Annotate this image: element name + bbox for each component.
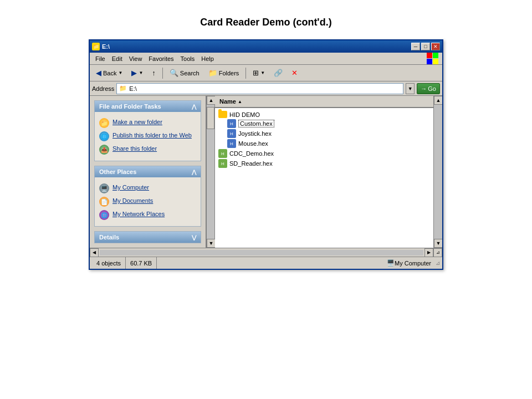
list-item[interactable]: H Custom.hex (215, 119, 433, 129)
horizontal-scrollbar: ◀ ▶ ⊿ (90, 248, 442, 257)
file-name: SD_Reader.hex (229, 160, 273, 167)
up-button[interactable]: ↑ (148, 66, 160, 80)
file-name: CDC_Demo.hex (229, 150, 274, 157)
make-new-folder-label: Make a new folder (112, 118, 162, 126)
column-header: Name ▲ (215, 96, 433, 108)
main-area: File and Folder Tasks ⋀ 📁 Make a new fol… (90, 96, 442, 257)
details-collapse-button[interactable]: ⋁ (192, 234, 196, 241)
list-item[interactable]: H Mouse.hex (215, 139, 433, 149)
address-input-container: 📁 E:\ (116, 83, 403, 94)
name-column-label: Name (219, 98, 236, 105)
menu-favorites[interactable]: Favorites (145, 54, 177, 63)
right-area: Name ▲ HID DEMO H (215, 96, 442, 248)
window-title: E:\ (102, 43, 110, 50)
other-places-header: Other Places ⋀ (95, 166, 201, 177)
share-folder-item[interactable]: 📤 Share this folder (98, 143, 197, 156)
connect-button[interactable]: 🔗 (270, 66, 287, 80)
explorer-window: 📁 E:\ ─ □ ✕ File Edit View Favorites Too… (89, 39, 443, 270)
forward-arrow-icon: ▶ (131, 69, 137, 77)
scroll-down-button[interactable]: ▼ (207, 239, 216, 248)
file-folder-tasks-header: File and Folder Tasks ⋀ (95, 101, 201, 112)
publish-folder-icon: 🌐 (99, 131, 109, 141)
search-button[interactable]: 🔍 Search (166, 66, 203, 80)
scroll-up-button[interactable]: ▲ (434, 96, 442, 105)
view-icon: ⊞ (253, 69, 259, 77)
disconnect-button[interactable]: ✕ (288, 66, 301, 80)
make-new-folder-item[interactable]: 📁 Make a new folder (98, 116, 197, 130)
address-value[interactable]: E:\ (129, 85, 136, 92)
up-arrow-icon: ↑ (152, 69, 156, 77)
my-network-places-item[interactable]: 🌐 My Network Places (98, 208, 197, 222)
tasks-collapse-button[interactable]: ⋀ (192, 104, 196, 110)
list-item[interactable]: HID DEMO (215, 110, 433, 119)
win-logo-yellow (433, 59, 438, 64)
scroll-track (434, 105, 442, 239)
my-computer-item[interactable]: 🖥️ My Computer (98, 182, 197, 195)
back-arrow-icon: ◀ (96, 69, 101, 77)
my-network-icon: 🌐 (99, 210, 109, 220)
file-folder-tasks-section: File and Folder Tasks ⋀ 📁 Make a new fol… (94, 100, 201, 161)
folders-button[interactable]: 📁 Folders (204, 66, 243, 80)
menu-edit[interactable]: Edit (109, 54, 126, 63)
details-header: Details ⋁ (95, 232, 201, 243)
file-name: Joystick.hex (238, 130, 272, 137)
other-places-body: 🖥️ My Computer 📄 My Documents 🌐 My Netwo… (95, 177, 201, 226)
my-documents-item[interactable]: 📄 My Documents (98, 195, 197, 208)
make-folder-icon: 📁 (99, 118, 109, 128)
publish-folder-item[interactable]: 🌐 Publish this folder to the Web (98, 130, 197, 143)
maximize-button[interactable]: □ (421, 43, 430, 50)
list-item[interactable]: H SD_Reader.hex (215, 158, 433, 168)
menu-file[interactable]: File (92, 54, 109, 63)
my-documents-label: My Documents (112, 197, 153, 204)
h-scroll-left-button[interactable]: ◀ (90, 248, 99, 257)
publish-folder-label: Publish this folder to the Web (112, 131, 192, 139)
scroll-track (207, 105, 214, 239)
disconnect-icon: ✕ (291, 69, 298, 77)
close-button[interactable]: ✕ (431, 43, 440, 50)
other-places-collapse-button[interactable]: ⋀ (192, 169, 196, 175)
location-label: My Computer (395, 260, 431, 267)
win-logo-blue (427, 59, 432, 64)
list-item[interactable]: H CDC_Demo.hex (215, 149, 433, 158)
address-dropdown-button[interactable]: ▼ (406, 83, 415, 94)
h-scroll-right-button[interactable]: ▶ (424, 248, 433, 257)
hex-file-icon: H (218, 149, 227, 158)
my-documents-icon: 📄 (99, 197, 109, 207)
search-icon: 🔍 (170, 69, 178, 77)
folders-label: Folders (219, 70, 239, 76)
menu-help[interactable]: Help (198, 54, 217, 63)
forward-button[interactable]: ▶ ▼ (127, 66, 147, 80)
page-title: Card Reader Demo (cont'd.) (200, 17, 331, 28)
file-name: Custom.hex (238, 120, 274, 127)
view-button[interactable]: ⊞ ▼ (249, 66, 269, 80)
go-label: Go (428, 85, 436, 92)
scroll-thumb[interactable] (207, 107, 214, 129)
left-panel-scrollbar: ▲ ▼ (206, 96, 215, 248)
back-button[interactable]: ◀ Back ▼ (92, 66, 126, 80)
go-button[interactable]: → Go (417, 83, 440, 94)
share-folder-icon: 📤 (99, 145, 109, 155)
name-column-header[interactable]: Name ▲ (217, 98, 431, 105)
menu-tools[interactable]: Tools (177, 54, 198, 63)
status-location: 🖥️ My Computer (382, 257, 436, 269)
scroll-up-button[interactable]: ▲ (207, 96, 216, 105)
folders-icon: 📁 (208, 69, 217, 77)
hex-file-icon: H (218, 159, 227, 168)
tasks-body: 📁 Make a new folder 🌐 Publish this folde… (95, 112, 201, 161)
scroll-down-button[interactable]: ▼ (434, 239, 442, 248)
sort-asc-icon: ▲ (238, 99, 242, 104)
folder-name: HID DEMO (229, 111, 260, 118)
my-computer-label: My Computer (112, 183, 149, 191)
objects-count: 4 objects (96, 260, 121, 267)
back-dropdown-icon: ▼ (118, 70, 122, 75)
resize-grip[interactable]: ⊿ (436, 260, 440, 266)
minimize-button[interactable]: ─ (411, 43, 420, 50)
address-bar: Address 📁 E:\ ▼ → Go (90, 81, 442, 96)
status-bar: 4 objects 60.7 KB 🖥️ My Computer ⊿ (90, 257, 442, 269)
list-item[interactable]: H Joystick.hex (215, 129, 433, 139)
main-row: File and Folder Tasks ⋀ 📁 Make a new fol… (90, 96, 442, 248)
view-dropdown-icon: ▼ (260, 70, 265, 75)
title-bar-left: 📁 E:\ (92, 43, 110, 50)
menu-view[interactable]: View (126, 54, 146, 63)
toolbar: ◀ Back ▼ ▶ ▼ ↑ 🔍 Search 📁 Folders ⊞ ▼ 🔗 (90, 65, 442, 81)
